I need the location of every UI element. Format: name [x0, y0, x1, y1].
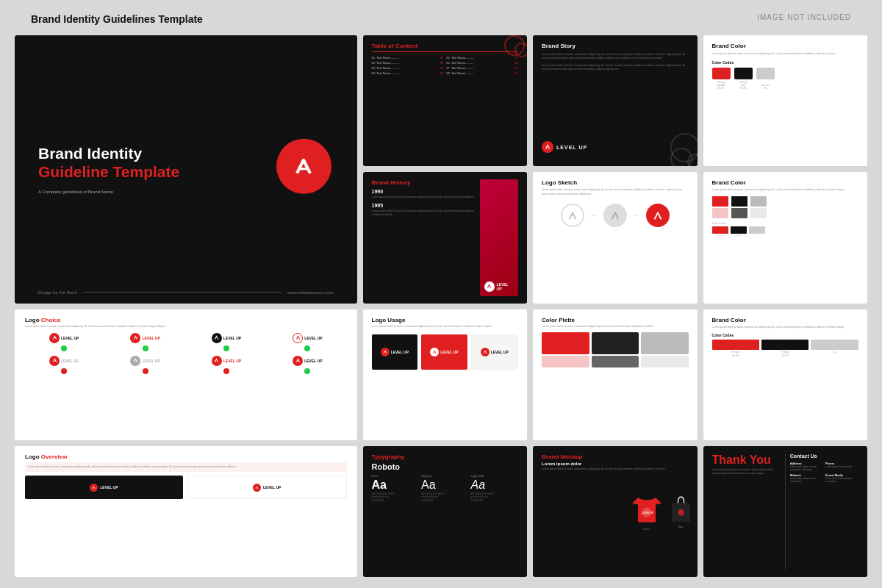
typography-bold: Bold Aa ABCDEFGHIJKLMNOPabcdefghijklmnop…: [372, 474, 419, 503]
logo-arrow2: →: [633, 211, 640, 219]
typography-title: Typygraphy: [372, 453, 518, 460]
hero-footer-designer: Design by Arif Rumi: [38, 290, 77, 295]
slide-brand-mockup: Brand Mockup Lorem ipsum dolor Lorem ips…: [533, 446, 697, 577]
logo-arrow1: →: [590, 211, 598, 219]
hero-logo: [276, 139, 331, 194]
brand-history-year2: 1995: [372, 203, 474, 208]
slide-brand-color-sketch: Brand Color Lorem ipsum dolor sit amet, …: [703, 172, 867, 303]
thank-you-text: Thank You: [712, 453, 781, 467]
slide-brand-color-right: Brand Color Lorem ipsum dolor sit amet, …: [703, 309, 867, 440]
toc-item: 02. Titel Name---------04: [372, 61, 444, 65]
brand-color-swatch-gray: #cccccc2%: [756, 68, 775, 90]
brand-history-image: LEVEL UP: [480, 179, 518, 295]
slide-brand-history: Brand History 1990 Lorem ipsum dolor sit…: [363, 172, 527, 303]
logo-choice-item: LEVEL UP: [106, 333, 184, 351]
brand-story-text1: Lorem ipsum dolor sit amet, consectetur …: [542, 53, 688, 61]
brand-color-swatch-red: Primary#e020205% 3%: [712, 68, 731, 90]
logo-choice-item: LEVEL UP: [187, 356, 265, 374]
page-title: Brand Identity Guidelines Template: [31, 13, 203, 25]
logo-choice-title: Logo Choice: [25, 317, 347, 323]
bc-title: Brand Color: [712, 179, 858, 186]
toc-item: 04. Titel Name---------06: [372, 71, 444, 75]
toc-item: 07. Titel Name---------09: [446, 66, 518, 70]
color-palette-title: Color Plette: [542, 317, 688, 323]
brand-color-right-title: Brand Color: [712, 317, 858, 323]
toc-item: 03. Titel Name---------05: [372, 66, 444, 70]
address-value: Lorem ipsum dolor sit amet consectetur a…: [790, 465, 823, 471]
logo-choice-item: LEVEL UP: [106, 356, 184, 374]
logo-choice-item: LEVEL UP: [25, 356, 103, 374]
toc-item: 05. Titel Name---------07: [446, 56, 518, 60]
brand-history-title: Brand History: [372, 179, 474, 186]
logo-usage-light: LEVEL UP: [471, 334, 519, 370]
slide-logo-choice: Logo Choice Lorem ipsum dolor sit amet, …: [15, 309, 357, 440]
brand-history-text2: Lorem ipsum dolor sit amet, consectetur …: [372, 209, 474, 218]
watermark: IMAGE NOT INCLUDED: [757, 13, 851, 21]
logo-overview-white-box: LEVEL UP: [187, 476, 347, 499]
toc-title: Table of Content: [372, 43, 518, 52]
slide-brand-color-top: Brand Color Lorem ipsum dolor sit amet, …: [703, 35, 867, 166]
color-swatch-dark: [592, 332, 639, 368]
bag-mockup: Bag: [668, 494, 694, 528]
hero-footer-website: www.websitename.com: [287, 290, 334, 295]
logo-sketch-step2: [603, 204, 627, 227]
slide-logo-sketch: Logo Sketch Lorem ipsum dolor sit amet, …: [533, 172, 697, 303]
hero-footer: Design by Arif Rumi www.websitename.com: [38, 290, 334, 295]
thank-you-body: Lorem ipsum dolor sit amet, consectetur …: [712, 468, 781, 475]
typography-font-name: Roboto: [372, 462, 518, 471]
slide-toc: Table of Content 01. Titel Name---------…: [363, 35, 527, 166]
brand-story-logo-text: LEVEL UP: [556, 145, 587, 150]
brand-story-logo: LEVEL UP: [542, 141, 587, 153]
slide-brand-story: Brand Story Lorem ipsum dolor sit amet, …: [533, 35, 697, 166]
slide-logo-overview: Logo Overview Lorem ipsum dolor sit amet…: [15, 446, 357, 577]
brand-color-swatch-dark: Primary#1113% 2%: [734, 68, 753, 90]
logo-choice-item: LEVEL UP: [25, 333, 103, 351]
brand-color-codes-title: Color Codes: [712, 60, 858, 65]
slide-color-palette: Color Plette Lorem ipsum dolor sit amet,…: [533, 309, 697, 440]
logo-choice-item: LEVEL UP: [187, 333, 265, 351]
phone-value: Lorem ipsum dolor sit amet.: [825, 465, 858, 468]
brand-color-right-text: Lorem ipsum dolor sit amet, consectetur …: [712, 326, 858, 329]
logo-choice-text: Lorem ipsum dolor sit amet, consectetur …: [25, 325, 347, 329]
svg-point-3: [678, 509, 684, 515]
typography-light: Light Italic Aa ABCDEFGHIJKLMNOPabcdefgh…: [471, 474, 518, 503]
social-value: Lorem ipsum dolor sit amet consectetur.: [825, 477, 858, 483]
slide-logo-usage: Logo Usage Lorem ipsum dolor sit amet, c…: [363, 309, 527, 440]
slide-thank-you: Thank You Lorem ipsum dolor sit amet, co…: [703, 446, 867, 577]
color-swatch-red: [542, 332, 589, 368]
color-palette-text: Lorem ipsum dolor sit amet, consectetur …: [542, 325, 688, 329]
typography-regular: Regular Aa ABCDEFGHIJKLMNOPabcdefghijklm…: [421, 474, 469, 503]
website-value: Lorem ipsum dolor sit amet consectetur.: [790, 477, 823, 483]
logo-overview-title: Logo Overview: [25, 453, 347, 460]
toc-item: 08. Titel Name---------10: [446, 71, 518, 75]
logo-choice-item: LEVEL UP: [268, 333, 346, 351]
logo-usage-red: LEVEL UP: [421, 334, 467, 370]
logo-sketch-text: Lorem ipsum dolor sit amet, consectetur …: [542, 188, 688, 196]
logo-overview-text: Lorem ipsum dolor sit amet, consectetur …: [25, 462, 347, 472]
logo-overview-dark-box: LEVEL UP: [25, 476, 183, 499]
brand-color-title: Brand Color: [712, 43, 858, 49]
toc-item: 06. Titel Name---------08: [446, 61, 518, 65]
logo-usage-text: Lorem ipsum dolor sit amet, consectetur …: [372, 325, 518, 329]
brand-history-text1: Lorem ipsum dolor sit amet, consectetur …: [372, 196, 474, 199]
logo-usage-title: Logo Usage: [372, 317, 518, 323]
slide-hero: Brand Identity Guideline Template A Comp…: [15, 35, 357, 304]
svg-text:LEVEL UP: LEVEL UP: [642, 512, 653, 514]
logo-sketch-step3: [646, 204, 670, 227]
logo-sketch-step1: [561, 204, 584, 227]
logo-sketch-title: Logo Sketch: [542, 179, 688, 186]
bc-text: Lorem ipsum dolor sit amet, consectetur …: [712, 188, 858, 192]
contact-us-title: Contact Us: [790, 453, 858, 459]
color-swatch-gray: [641, 332, 689, 368]
logo-choice-item: LEVEL UP: [268, 356, 346, 374]
tshirt-mockup: LEVEL UP Tonic: [629, 492, 664, 531]
brand-story-text2: Lorem ipsum dolor sit amet, consectetur …: [542, 64, 688, 72]
brand-history-year1: 1990: [372, 189, 474, 194]
brand-color-text: Lorem ipsum dolor sit amet, consectetur …: [712, 52, 858, 56]
brand-story-title: Brand Story: [542, 43, 688, 49]
logo-usage-dark: LEVEL UP: [372, 334, 418, 370]
toc-item: 01. Titel Name---------03: [372, 56, 444, 60]
slide-typography: Typygraphy Roboto Bold Aa ABCDEFGHIJKLMN…: [363, 446, 527, 577]
